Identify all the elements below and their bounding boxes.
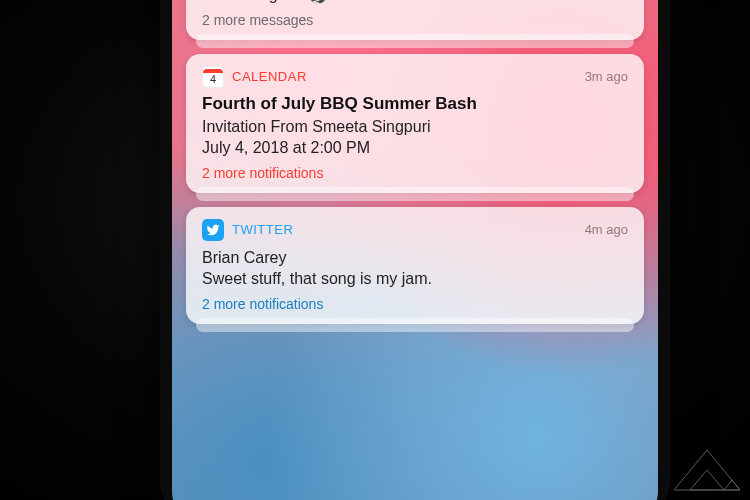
- stage: John Bishop Beautiful goal! ⚽ 2 more mes…: [0, 0, 750, 500]
- notification-more[interactable]: 2 more messages: [202, 12, 628, 28]
- notification-body: Sweet stuff, that song is my jam.: [202, 268, 628, 290]
- notification-card-twitter[interactable]: TWITTER 4m ago Brian Carey Sweet stuff, …: [186, 207, 644, 324]
- time-ago: 3m ago: [585, 69, 628, 84]
- svg-marker-1: [690, 470, 724, 490]
- time-ago: 4m ago: [585, 222, 628, 237]
- notification-card-messages[interactable]: John Bishop Beautiful goal! ⚽ 2 more mes…: [186, 0, 644, 40]
- lock-screen[interactable]: John Bishop Beautiful goal! ⚽ 2 more mes…: [172, 0, 658, 500]
- card-header: 4 CALENDAR 3m ago: [202, 66, 628, 88]
- app-info: 4 CALENDAR: [202, 66, 307, 88]
- notification-title: Fourth of July BBQ Summer Bash: [202, 94, 628, 114]
- notification-card-calendar[interactable]: 4 CALENDAR 3m ago Fourth of July BBQ Sum…: [186, 54, 644, 193]
- notification-more[interactable]: 2 more notifications: [202, 296, 628, 312]
- notification-stack: John Bishop Beautiful goal! ⚽ 2 more mes…: [186, 0, 644, 324]
- app-name: TWITTER: [232, 222, 293, 237]
- notification-more[interactable]: 2 more notifications: [202, 165, 628, 181]
- notification-line-2: July 4, 2018 at 2:00 PM: [202, 137, 628, 159]
- app-name: CALENDAR: [232, 69, 307, 84]
- notification-body: Beautiful goal! ⚽: [202, 0, 628, 6]
- verge-watermark-icon: [672, 448, 742, 492]
- notification-sender: Brian Carey: [202, 247, 628, 269]
- card-header: TWITTER 4m ago: [202, 219, 628, 241]
- phone-frame: John Bishop Beautiful goal! ⚽ 2 more mes…: [160, 0, 670, 500]
- twitter-icon: [202, 219, 224, 241]
- svg-marker-2: [724, 480, 740, 490]
- app-info: TWITTER: [202, 219, 293, 241]
- notification-line-1: Invitation From Smeeta Singpuri: [202, 116, 628, 138]
- calendar-icon: 4: [202, 66, 224, 88]
- calendar-icon-day: 4: [210, 73, 216, 85]
